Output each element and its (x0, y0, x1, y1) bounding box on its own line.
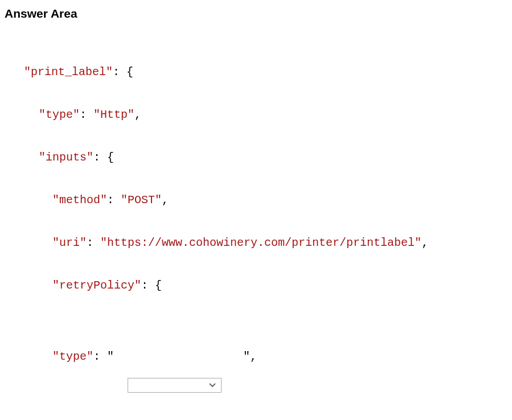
key-method: "method" (52, 193, 107, 207)
type-after: ", (243, 350, 257, 363)
key-retry-type: "type" (52, 350, 93, 363)
type-dropdown-box[interactable] (128, 378, 222, 393)
key-type: "type" (39, 108, 80, 121)
type-dropdown[interactable]: defaultnonefixedexponential (128, 349, 223, 420)
retry-type-row: "type": " defaultnonefixedexponential ", (5, 349, 507, 420)
key-inputs: "inputs" (39, 151, 93, 164)
key-retrypolicy: "retryPolicy" (52, 279, 141, 292)
val-uri: "https://www.cohowinery.com/printer/prin… (100, 236, 421, 249)
page-title: Answer Area (5, 7, 507, 20)
brace-open: : { (113, 65, 133, 79)
chevron-down-icon (208, 382, 216, 388)
val-http: "Http" (93, 108, 134, 121)
key-uri: "uri" (52, 236, 87, 249)
val-post: "POST" (121, 193, 162, 207)
code-block: "print_label": { "type": "Http", "inputs… (5, 36, 507, 420)
key-print-label: "print_label" (24, 65, 113, 79)
